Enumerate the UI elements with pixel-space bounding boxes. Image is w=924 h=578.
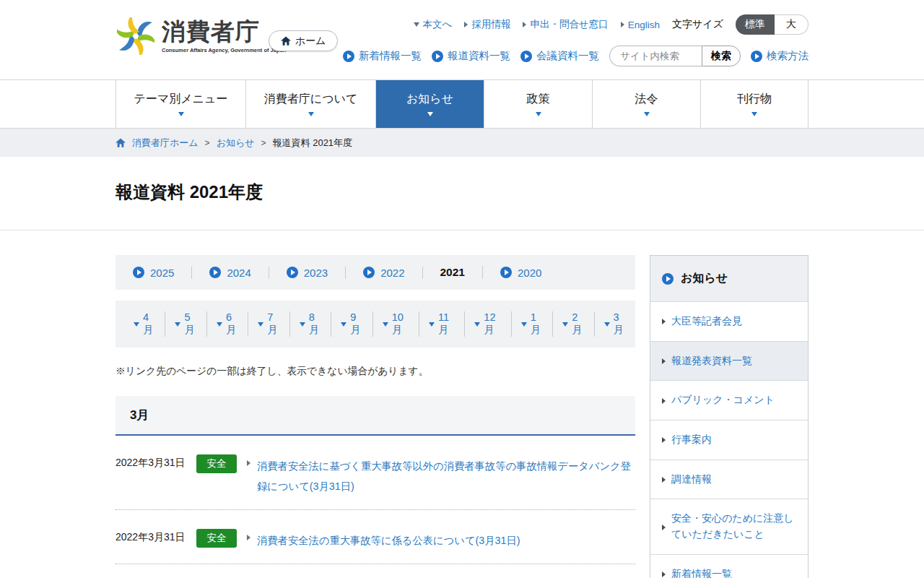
main-content: 2025 2024 2023 2022 2021 2020 4月 5月 6月 7… (116, 255, 635, 578)
nav-theme-menu[interactable]: テーマ別メニュー (116, 80, 245, 128)
utility-links: 本文へ 採用情報 申出・問合せ窓口 English 文字サイズ 標準 大 (414, 14, 808, 35)
circle-arrow-icon (363, 267, 375, 278)
inquiry-link[interactable]: 申出・問合せ窓口 (523, 18, 608, 31)
meeting-list-link[interactable]: 会議資料一覧 (520, 49, 599, 63)
release-link[interactable]: 消費者安全法の重大事故等に係る公表について(3月31日) (257, 531, 520, 551)
chevron-down-icon (258, 322, 263, 327)
year-tab-2022[interactable]: 2022 (346, 267, 422, 279)
year-tab-2023[interactable]: 2023 (269, 267, 346, 279)
news-sidebar: お知らせ 大臣等記者会見 報道発表資料一覧 パブリック・コメント 行事案内 調達… (650, 255, 808, 578)
global-nav: テーマ別メニュー 消費者庁について お知らせ 政策 法令 刊行物 (0, 79, 924, 129)
sidebar-item-safety-cautions[interactable]: 安全・安心のために注意していただきたいこと (650, 499, 808, 553)
search-help-link[interactable]: 検索方法 (751, 49, 808, 63)
press-list-link[interactable]: 報道資料一覧 (432, 49, 510, 63)
font-size-label: 文字サイズ (672, 18, 723, 31)
chevron-down-icon (308, 112, 314, 116)
chevron-down-icon (175, 322, 180, 327)
home-icon (281, 36, 291, 46)
chevron-down-icon (134, 322, 139, 327)
month-link-10[interactable]: 10月 (373, 311, 419, 337)
chevron-down-icon (429, 322, 435, 327)
sidebar-title: お知らせ (650, 256, 808, 301)
chevron-right-icon (662, 319, 666, 324)
font-size-standard-button[interactable]: 標準 (736, 14, 775, 35)
chevron-down-icon (604, 322, 610, 327)
release-row: 2022年3月31日 安全 消費者安全法に基づく重大事故等以外の消費者事故等の事… (116, 436, 635, 510)
chevron-down-icon (562, 322, 568, 327)
circle-arrow-icon (133, 267, 144, 278)
release-link[interactable]: 消費者安全法に基づく重大事故等以外の消費者事故等の事故情報データバンク登録につい… (257, 457, 635, 497)
month-section-heading: 3月 (116, 396, 635, 436)
chevron-right-icon (662, 437, 666, 443)
sidebar-item-new-info[interactable]: 新着情報一覧 (650, 554, 808, 578)
chevron-down-icon (383, 322, 388, 327)
year-tab-2025[interactable]: 2025 (116, 267, 192, 279)
nav-publications[interactable]: 刊行物 (700, 80, 808, 128)
release-date: 2022年3月31日 (116, 529, 196, 544)
site-search: 検索 (609, 46, 741, 66)
sidebar-item-public-comment[interactable]: パブリック・コメント (650, 380, 808, 420)
font-size-large-button[interactable]: 大 (775, 14, 808, 35)
circle-arrow-icon (432, 51, 443, 62)
chevron-right-icon (662, 525, 666, 530)
release-date: 2022年3月31日 (116, 454, 196, 470)
chevron-down-icon (341, 322, 346, 327)
nav-news[interactable]: お知らせ (375, 80, 484, 128)
nav-about[interactable]: 消費者庁について (245, 80, 375, 128)
circle-arrow-icon (500, 267, 512, 278)
page-title-section: 報道資料 2021年度 (0, 157, 924, 230)
month-link-2[interactable]: 2月 (553, 311, 594, 337)
recruit-link[interactable]: 採用情報 (464, 18, 510, 31)
chevron-right-icon (662, 477, 666, 483)
circle-arrow-icon (209, 267, 221, 278)
year-tab-2020[interactable]: 2020 (483, 267, 559, 279)
chevron-right-icon (621, 22, 624, 27)
chevron-down-icon (751, 112, 757, 116)
sidebar-item-events[interactable]: 行事案内 (650, 420, 808, 460)
year-tab-2024[interactable]: 2024 (192, 267, 269, 279)
agency-logo[interactable]: 消費者庁 Consumer Affairs Agency, Government… (117, 17, 286, 55)
chevron-down-icon (521, 322, 527, 327)
month-link-12[interactable]: 12月 (465, 311, 511, 337)
chevron-right-icon (662, 358, 666, 364)
site-header: 消費者庁 Consumer Affairs Agency, Government… (0, 0, 924, 79)
sidebar-item-press-conference[interactable]: 大臣等記者会見 (650, 301, 808, 341)
breadcrumb-section-link[interactable]: お知らせ (217, 137, 255, 150)
english-link[interactable]: English (621, 20, 660, 30)
month-link-7[interactable]: 7月 (248, 311, 289, 337)
breadcrumb-current: 報道資料 2021年度 (273, 137, 353, 150)
pinwheel-logo-icon (117, 17, 154, 55)
new-info-list-link[interactable]: 新着情報一覧 (343, 49, 422, 63)
breadcrumb-home-link[interactable]: 消費者庁ホーム (132, 137, 199, 150)
chevron-right-icon (662, 571, 666, 577)
home-button[interactable]: ホーム (269, 30, 338, 51)
month-link-4[interactable]: 4月 (124, 311, 165, 337)
month-link-11[interactable]: 11月 (419, 311, 465, 337)
year-tab-2021-current: 2021 (423, 266, 483, 279)
circle-arrow-icon (662, 273, 674, 285)
month-link-6[interactable]: 6月 (207, 311, 248, 337)
month-link-5[interactable]: 5月 (165, 311, 206, 337)
quick-links-row: 新着情報一覧 報道資料一覧 会議資料一覧 検索 検索方法 (343, 46, 808, 66)
nav-laws[interactable]: 法令 (592, 80, 700, 128)
month-links: 4月 5月 6月 7月 8月 9月 10月 11月 12月 1月 2月 3月 (116, 301, 635, 348)
release-row: 2022年3月31日 安全 消費者安全法の重大事故等に係る公表について(3月31… (116, 510, 635, 564)
to-main-content-link[interactable]: 本文へ (414, 18, 453, 31)
chevron-right-icon (662, 398, 666, 404)
month-link-1[interactable]: 1月 (512, 311, 553, 337)
year-tabs: 2025 2024 2023 2022 2021 2020 (116, 255, 635, 290)
nav-policy[interactable]: 政策 (484, 80, 592, 128)
month-link-8[interactable]: 8月 (290, 311, 331, 337)
month-link-9[interactable]: 9月 (331, 311, 372, 337)
chevron-down-icon (178, 112, 184, 116)
font-size-toggle: 標準 大 (736, 14, 808, 35)
sidebar-item-press-releases[interactable]: 報道発表資料一覧 (650, 341, 808, 381)
search-button[interactable]: 検索 (702, 46, 741, 66)
search-input[interactable] (609, 46, 702, 66)
month-link-3[interactable]: 3月 (595, 311, 635, 337)
circle-arrow-icon (520, 51, 532, 62)
disclaimer-note: ※リンク先のページの一部は終了し、表示できない場合があります。 (116, 365, 635, 378)
agency-name-en: Consumer Affairs Agency, Government of J… (162, 47, 286, 53)
chevron-down-icon (474, 322, 480, 327)
sidebar-item-procurement[interactable]: 調達情報 (650, 460, 808, 499)
